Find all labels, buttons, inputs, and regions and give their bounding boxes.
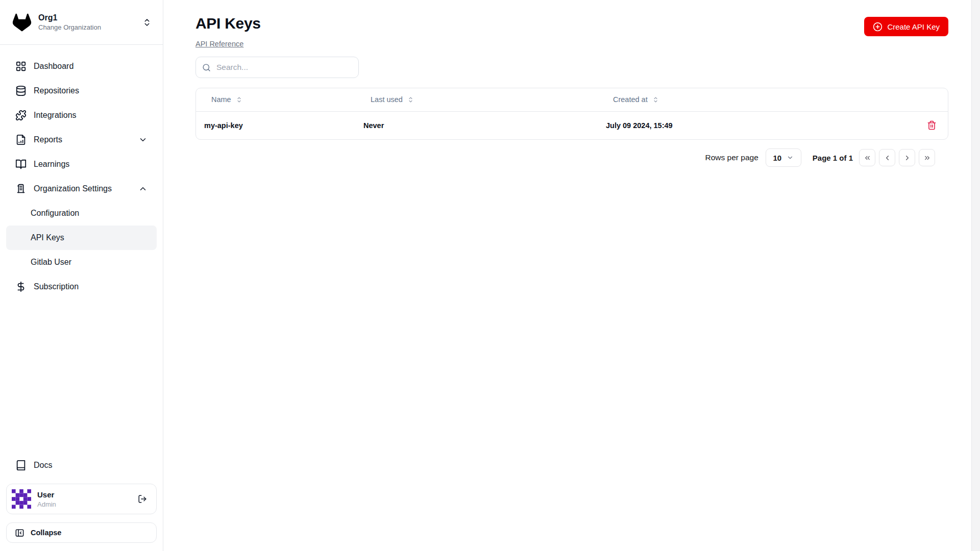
page-title: API Keys bbox=[195, 14, 261, 33]
sidebar-item-reports[interactable]: Reports bbox=[6, 128, 157, 152]
sidebar-item-subscription[interactable]: Subscription bbox=[6, 274, 157, 299]
rows-per-page-value: 10 bbox=[773, 154, 781, 162]
user-card: User Admin bbox=[6, 484, 157, 514]
org-name: Org1 bbox=[38, 13, 134, 22]
main-content: API Keys Create API Key API Reference Na… bbox=[164, 0, 971, 551]
scrollbar[interactable] bbox=[971, 0, 980, 551]
page-status: Page 1 of 1 bbox=[813, 154, 853, 162]
building-icon bbox=[15, 183, 27, 194]
table-row: my-api-key Never July 09 2024, 15:49 bbox=[196, 111, 948, 139]
column-header-created-at[interactable]: Created at bbox=[598, 88, 871, 111]
file-chart-icon bbox=[15, 134, 27, 145]
search-icon bbox=[202, 63, 211, 72]
chevrons-left-icon bbox=[864, 154, 871, 162]
sidebar-item-integrations[interactable]: Integrations bbox=[6, 103, 157, 128]
column-label: Name bbox=[211, 95, 231, 104]
chevron-right-icon bbox=[903, 154, 911, 162]
database-icon bbox=[15, 85, 27, 96]
previous-page-button[interactable] bbox=[879, 149, 895, 166]
panel-collapse-icon bbox=[15, 528, 24, 538]
sidebar-item-label: Docs bbox=[34, 461, 52, 470]
sidebar-item-configuration[interactable]: Configuration bbox=[6, 201, 157, 226]
change-organization-label: Change Organization bbox=[38, 23, 134, 31]
first-page-button[interactable] bbox=[859, 149, 875, 166]
chevrons-right-icon bbox=[923, 154, 931, 162]
create-api-key-button[interactable]: Create API Key bbox=[864, 17, 948, 36]
search-box bbox=[195, 57, 359, 78]
book-icon bbox=[15, 460, 27, 471]
chevron-left-icon bbox=[884, 154, 891, 162]
sort-icon bbox=[407, 96, 414, 104]
sidebar-item-api-keys[interactable]: API Keys bbox=[6, 226, 157, 250]
collapse-label: Collapse bbox=[31, 529, 61, 537]
chevron-up-icon bbox=[138, 184, 148, 193]
logout-icon bbox=[138, 494, 147, 504]
sidebar-item-label: Organization Settings bbox=[34, 184, 112, 193]
sidebar-item-organization-settings[interactable]: Organization Settings bbox=[6, 177, 157, 201]
sort-icon bbox=[235, 96, 243, 104]
user-role: Admin bbox=[37, 500, 131, 508]
sidebar-item-label: Repositories bbox=[34, 86, 79, 95]
trash-icon bbox=[927, 120, 937, 130]
sidebar-item-label: Learnings bbox=[34, 160, 69, 169]
sidebar-item-label: Gitlab User bbox=[31, 258, 71, 267]
user-info: User Admin bbox=[37, 490, 131, 508]
chevron-down-icon bbox=[787, 154, 794, 161]
table-header-row: Name Last used bbox=[196, 88, 948, 111]
rows-per-page-label: Rows per page bbox=[705, 153, 758, 162]
org-header: Org1 Change Organization bbox=[0, 0, 163, 45]
user-name: User bbox=[37, 490, 131, 499]
cell-created-at: July 09 2024, 15:49 bbox=[598, 111, 871, 139]
sidebar-item-repositories[interactable]: Repositories bbox=[6, 79, 157, 103]
plus-circle-icon bbox=[873, 22, 883, 32]
avatar bbox=[12, 489, 31, 509]
book-open-icon bbox=[15, 159, 27, 170]
sidebar-bottom: Docs User Admin Collapse bbox=[0, 453, 163, 551]
org-info: Org1 Change Organization bbox=[38, 13, 134, 31]
sidebar-item-label: Subscription bbox=[34, 282, 79, 291]
pagination-buttons bbox=[859, 149, 935, 166]
puzzle-icon bbox=[15, 110, 27, 121]
cell-last-used: Never bbox=[355, 111, 598, 139]
sort-icon bbox=[652, 96, 659, 104]
sidebar-item-label: Dashboard bbox=[34, 62, 74, 71]
column-label: Created at bbox=[613, 95, 648, 104]
sidebar-nav: Dashboard Repositories Integrations Repo… bbox=[0, 45, 163, 299]
collapse-sidebar-button[interactable]: Collapse bbox=[6, 522, 157, 543]
column-header-actions bbox=[871, 88, 948, 111]
sidebar-item-label: Reports bbox=[34, 135, 62, 144]
sidebar-item-learnings[interactable]: Learnings bbox=[6, 152, 157, 177]
create-api-key-label: Create API Key bbox=[887, 22, 940, 31]
chevrons-up-down-icon bbox=[142, 18, 152, 27]
sidebar-item-label: Integrations bbox=[34, 111, 77, 120]
sidebar-item-label: API Keys bbox=[31, 233, 64, 242]
cell-name: my-api-key bbox=[196, 111, 355, 139]
chevron-down-icon bbox=[138, 135, 148, 144]
next-page-button[interactable] bbox=[899, 149, 915, 166]
dollar-icon bbox=[15, 281, 27, 292]
logout-button[interactable] bbox=[137, 493, 148, 505]
sidebar-item-dashboard[interactable]: Dashboard bbox=[6, 54, 157, 79]
column-label: Last used bbox=[371, 95, 403, 104]
sidebar: Org1 Change Organization Dashboard Repos… bbox=[0, 0, 163, 551]
org-switcher-button[interactable] bbox=[140, 16, 154, 29]
sidebar-item-label: Configuration bbox=[31, 209, 79, 218]
column-header-name[interactable]: Name bbox=[196, 88, 355, 111]
sidebar-item-gitlab-user[interactable]: Gitlab User bbox=[6, 250, 157, 274]
layout-grid-icon bbox=[15, 61, 27, 72]
gitlab-logo-icon bbox=[12, 13, 32, 32]
rows-per-page-select[interactable]: 10 bbox=[766, 148, 801, 167]
last-page-button[interactable] bbox=[919, 149, 935, 166]
pagination: Rows per page 10 Page 1 of 1 bbox=[195, 148, 948, 167]
sidebar-item-docs[interactable]: Docs bbox=[6, 453, 157, 478]
api-reference-link[interactable]: API Reference bbox=[195, 40, 243, 48]
column-header-last-used[interactable]: Last used bbox=[355, 88, 598, 111]
delete-api-key-button[interactable] bbox=[926, 119, 938, 131]
search-input[interactable] bbox=[215, 62, 352, 72]
main-header: API Keys Create API Key bbox=[195, 14, 948, 36]
api-keys-table: Name Last used bbox=[195, 88, 948, 140]
